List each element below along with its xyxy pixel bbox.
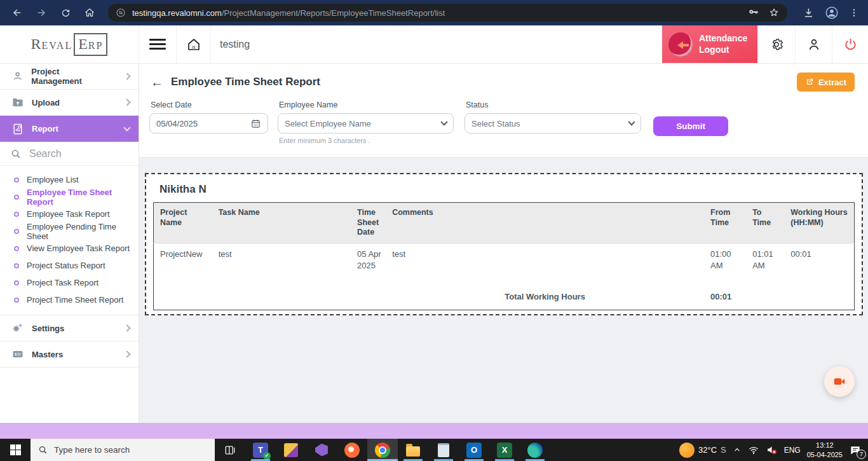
extract-button[interactable]: Extract	[797, 72, 855, 92]
sidebar-item-project-management[interactable]: Project Management	[0, 64, 139, 90]
address-bar[interactable]: testingqa.revalomni.com/ProjectManagemen…	[108, 4, 787, 22]
taskbar-app-excel[interactable]: X	[489, 439, 520, 461]
profile-icon[interactable]	[825, 6, 839, 20]
system-tray: 32°C S ENG 13:12 05-04-2025 7	[679, 439, 868, 461]
logo-container: REVAL ERP	[0, 25, 139, 63]
app-home-button[interactable]	[177, 25, 211, 63]
user-profile-button[interactable]	[796, 25, 832, 63]
bookmark-star-icon[interactable]	[768, 7, 780, 18]
notepad-icon	[438, 443, 449, 457]
language-indicator[interactable]: ENG	[784, 446, 801, 455]
browser-back-button[interactable]	[6, 2, 28, 24]
sidebar-item-report[interactable]: Report	[0, 116, 139, 142]
browser-menu-icon[interactable]	[849, 8, 859, 18]
browser-reload-button[interactable]	[55, 2, 76, 24]
start-button[interactable]	[0, 439, 31, 461]
revalerp-logo: REVAL ERP	[31, 33, 108, 56]
power-logout-button[interactable]	[832, 25, 868, 63]
settings-gears-icon	[11, 322, 24, 334]
submenu-item-project-task-report[interactable]: Project Task Report	[0, 274, 139, 291]
sidebar-item-masters[interactable]: $ Masters	[0, 341, 139, 368]
clock-time: 13:12	[807, 441, 843, 450]
taskbar-app-visual-studio[interactable]	[306, 439, 337, 461]
taskbar-clock[interactable]: 13:12 05-04-2025	[807, 441, 843, 460]
col-task-name: Task Name	[212, 203, 351, 244]
power-icon	[843, 37, 858, 52]
employee-name-placeholder: Select Employee Name	[285, 119, 442, 128]
windows-logo-icon	[10, 444, 21, 455]
date-input-box[interactable]	[149, 113, 268, 134]
submenu-item-employee-list[interactable]: Employee List	[0, 171, 139, 188]
attendance-logout-button[interactable]: Attendance Logout	[662, 25, 757, 63]
employee-name-hint: Enter minimum 3 characters .	[279, 137, 454, 144]
submenu-item-project-status-report[interactable]: Project Status Report	[0, 257, 139, 274]
employee-name-heading: Nikitha N	[159, 183, 855, 196]
bullet-icon	[14, 177, 19, 182]
attendance-logout-label: Attendance Logout	[699, 33, 752, 55]
tray-expand-icon[interactable]	[733, 446, 742, 455]
sql-tools-icon	[284, 443, 298, 457]
employee-name-select[interactable]: Select Employee Name	[278, 113, 454, 134]
sun-icon	[679, 443, 695, 458]
site-info-icon[interactable]	[116, 8, 126, 18]
status-placeholder: Select Status	[471, 119, 629, 128]
search-icon	[10, 148, 22, 160]
date-input[interactable]	[156, 119, 250, 128]
teams-icon: T✓	[253, 443, 268, 458]
wifi-icon[interactable]	[748, 444, 759, 456]
sidebar-item-label: Masters	[32, 350, 63, 359]
weather-widget[interactable]: 32°C S	[679, 443, 726, 458]
timesheet-table: Project Name Task Name Time Sheet Date C…	[153, 202, 855, 310]
taskbar-app-file-explorer[interactable]	[398, 439, 428, 461]
taskbar-app-outlook[interactable]: O	[459, 439, 489, 461]
menu-toggle-button[interactable]	[139, 25, 177, 63]
submenu-item-employee-task-report[interactable]: Employee Task Report	[0, 205, 139, 223]
sidebar-item-upload[interactable]: Upload	[0, 90, 139, 116]
main-content: ← Employee Time Sheet Report Extract Sel…	[139, 64, 868, 423]
calendar-icon[interactable]	[250, 118, 261, 129]
chevron-right-icon	[124, 72, 131, 79]
taskbar-app-edge[interactable]	[520, 439, 550, 461]
table-row: ProjectNew test 05 Apr 2025 test 01:00 A…	[154, 243, 855, 289]
sidebar-search[interactable]: Search	[0, 142, 139, 166]
volume-muted-icon[interactable]	[766, 444, 778, 456]
bullet-icon	[14, 246, 19, 251]
password-key-icon[interactable]	[748, 7, 759, 18]
bullet-icon	[14, 298, 19, 303]
temperature: 32°C	[698, 445, 717, 455]
screen-record-button[interactable]	[824, 366, 855, 397]
employee-name-field: Employee Name Select Employee Name Enter…	[278, 100, 454, 144]
submenu-item-employee-pending-time-sheet[interactable]: Employee Pending Time Sheet	[0, 223, 139, 240]
taskbar-app-sql-tools[interactable]	[276, 439, 306, 461]
file-explorer-icon	[406, 446, 420, 457]
video-camera-icon	[832, 375, 846, 389]
download-icon[interactable]	[803, 7, 815, 19]
taskbar-app-notepad[interactable]	[428, 439, 459, 461]
col-from-time: From Time	[704, 203, 746, 244]
taskbar-app-teams[interactable]: T✓	[245, 439, 276, 461]
browser-home-button[interactable]	[79, 2, 100, 24]
logo-reval: REVAL	[31, 36, 73, 53]
taskbar-app-chrome[interactable]	[367, 439, 398, 461]
settings-gear-button[interactable]	[757, 25, 796, 63]
chrome-icon	[375, 443, 390, 458]
taskbar-app-postman[interactable]	[337, 439, 367, 461]
browser-forward-button[interactable]	[31, 2, 52, 24]
url-path: /ProjectManagement/Reports/EmployeeTimeS…	[222, 8, 445, 18]
task-view-button[interactable]	[215, 439, 245, 461]
sidebar-item-settings[interactable]: Settings	[0, 315, 139, 341]
bullet-icon	[14, 212, 19, 217]
clock-date: 05-04-2025	[807, 450, 843, 460]
status-label: Status	[466, 100, 641, 109]
date-field: Select Date	[149, 100, 268, 134]
url-text[interactable]: testingqa.revalomni.com/ProjectManagemen…	[132, 8, 445, 18]
action-center-button[interactable]: 7	[849, 444, 862, 457]
submit-button[interactable]: Submit	[653, 116, 728, 136]
submenu-item-employee-time-sheet-report[interactable]: Employee Time Sheet Report	[0, 188, 139, 205]
sidebar-item-label: Settings	[32, 324, 64, 333]
submenu-item-project-time-sheet-report[interactable]: Project Time Sheet Report	[0, 291, 139, 308]
back-arrow-icon[interactable]: ←	[151, 76, 163, 88]
taskbar-search-box[interactable]: Type here to search	[31, 439, 215, 461]
status-select[interactable]: Select Status	[465, 113, 641, 134]
submenu-item-view-employee-task-report[interactable]: View Employee Task Report	[0, 240, 139, 257]
